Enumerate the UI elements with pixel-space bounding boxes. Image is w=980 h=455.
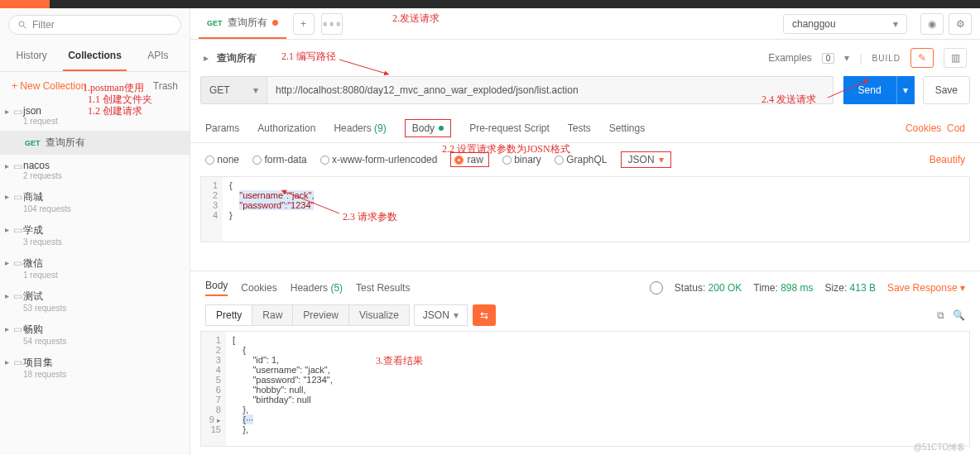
tab-tests[interactable]: Tests [568,117,591,139]
folder-icon: ▭ [13,357,22,368]
collection-item[interactable]: ▸ ▭ 商城 104 requests [0,185,190,218]
url-input[interactable]: http://localhost:8080/day12_mvc_anno_war… [267,76,833,104]
folder-icon: ▭ [13,106,22,117]
tab-headers[interactable]: Headers (9) [334,117,386,139]
request-tab[interactable]: GET 查询所有 [199,8,286,39]
fmt-raw[interactable]: Raw [252,304,293,326]
request-method: GET [25,139,41,147]
folder-icon: ▭ [13,257,22,269]
eye-icon[interactable]: ◉ [920,13,944,35]
resp-tab-cookies[interactable]: Cookies [241,282,276,294]
trash-link[interactable]: Trash [153,80,178,92]
radio-formdata[interactable]: form-data [252,154,307,165]
request-name: 查询所有 [217,51,257,65]
radio-none[interactable]: none [205,154,239,165]
collapse-icon[interactable]: ▸ [204,52,209,64]
globe-icon [650,281,663,295]
filter-placeholder: Filter [32,19,55,31]
collection-item[interactable]: ▸ ▭ 项目集 18 requests [0,351,190,384]
caret-down-icon: ▾ [893,18,898,30]
method-value: GET [209,84,230,96]
chevron-right-icon: ▸ [5,161,9,170]
panel-icon[interactable]: ▥ [944,48,967,68]
collection-name: 商城 [23,190,181,204]
request-subtabs: Params Authorization Headers (9) Body Pr… [190,114,980,143]
collection-item[interactable]: ▸ ▭ 微信 1 request [0,251,190,285]
collection-name: 学成 [23,223,181,237]
tab-prerequest[interactable]: Pre-request Script [469,117,550,139]
resp-format-dropdown[interactable]: JSON ▾ [414,304,468,326]
folder-icon: ▭ [13,160,22,172]
collection-item[interactable]: ▸ ▭ 测试 53 requests [0,285,190,318]
search-icon[interactable]: 🔍 [953,309,965,321]
radio-graphql[interactable]: GraphQL [555,154,608,165]
status-label: Status: 200 OK [675,282,742,294]
workspace-selector[interactable]: changgou ▾ [783,14,907,34]
body-type-row: none form-data x-www-form-urlencoded raw… [190,143,980,171]
collection-item[interactable]: ▸ ▭ nacos 2 requests [0,155,190,185]
caret-down-icon: ▾ [659,154,664,165]
tab-collections[interactable]: Collections [63,41,126,71]
build-label[interactable]: BUILD [872,54,901,63]
caret-down-icon[interactable]: ▾ [844,52,849,64]
collection-name: 微信 [23,256,181,271]
radio-urlencoded[interactable]: x-www-form-urlencoded [320,154,438,165]
resp-tab-headers[interactable]: Headers (5) [291,282,343,294]
body-format-dropdown[interactable]: JSON ▾ [621,151,671,168]
comment-icon[interactable]: ✎ [910,48,934,68]
collection-name: 畅购 [23,323,181,337]
collection-item[interactable]: ▸ ▭ 学成 3 requests [0,218,190,251]
examples-label: Examples [768,52,812,64]
tab-apis[interactable]: APIs [127,41,190,71]
copy-icon[interactable]: ⧉ [937,309,944,321]
send-button[interactable]: Send [843,76,896,104]
svg-line-1 [24,26,26,29]
settings-icon[interactable]: ⚙ [949,13,972,35]
tab-name: 查询所有 [228,16,267,30]
collection-sub: 18 requests [23,370,181,379]
collection-item[interactable]: ▸ ▭ 畅购 54 requests [0,318,190,351]
filter-input[interactable]: Filter [8,15,181,35]
workspace-name: changgou [792,18,836,30]
menu-button[interactable] [0,0,50,8]
beautify-link[interactable]: Beautify [930,154,965,165]
response-body-editor[interactable]: 1 2 3 4 5 6 7 8 9 ▸ 15 [ { "id": 1, "use… [200,331,970,447]
folder-icon: ▭ [13,323,22,335]
tab-history[interactable]: History [0,41,63,71]
collection-name: nacos [23,160,181,171]
tab-params[interactable]: Params [205,117,239,139]
sidebar-request-item[interactable]: GET 查询所有 [0,131,190,155]
save-button[interactable]: Save [923,76,970,104]
new-tab-button[interactable]: + [293,13,315,35]
wrap-button[interactable]: ⇆ [473,304,496,326]
examples-count: 0 [822,53,835,64]
method-dropdown[interactable]: GET ▾ [200,76,267,104]
request-body-editor[interactable]: 1234 { "username":"jack", "password":"12… [200,176,970,242]
collection-sub: 3 requests [23,237,181,247]
chevron-right-icon: ▸ [5,192,9,201]
collection-sub: 53 requests [23,304,181,313]
fmt-visualize[interactable]: Visualize [348,304,410,326]
tab-auth[interactable]: Authorization [257,117,315,139]
collection-item[interactable]: ▸ ▭ json 1 request [0,100,190,131]
tab-more-button[interactable]: ∘∘∘ [321,13,343,35]
resp-tab-body[interactable]: Body [205,280,228,296]
fmt-pretty[interactable]: Pretty [205,304,252,326]
radio-raw[interactable]: raw [450,152,488,167]
cookies-link[interactable]: Cookies Cod [906,122,965,134]
send-dropdown[interactable]: ▾ [896,76,915,104]
collection-name: 测试 [23,290,181,304]
new-collection-button[interactable]: + New Collection [12,80,86,92]
chevron-right-icon: ▸ [5,258,9,267]
collection-name: json [23,105,181,117]
tab-body[interactable]: Body [405,119,451,137]
chevron-right-icon: ▸ [5,107,9,116]
chevron-right-icon: ▸ [5,324,9,333]
radio-binary[interactable]: binary [502,154,541,165]
tab-settings[interactable]: Settings [609,117,645,139]
resp-tab-tests[interactable]: Test Results [356,282,410,294]
content: GET 查询所有 + ∘∘∘ changgou ▾ ◉ ⚙ ▸ 查询所有 Exa… [190,8,980,455]
fmt-preview[interactable]: Preview [292,304,349,326]
collection-sub: 104 requests [23,204,181,213]
save-response-link[interactable]: Save Response ▾ [887,282,965,294]
